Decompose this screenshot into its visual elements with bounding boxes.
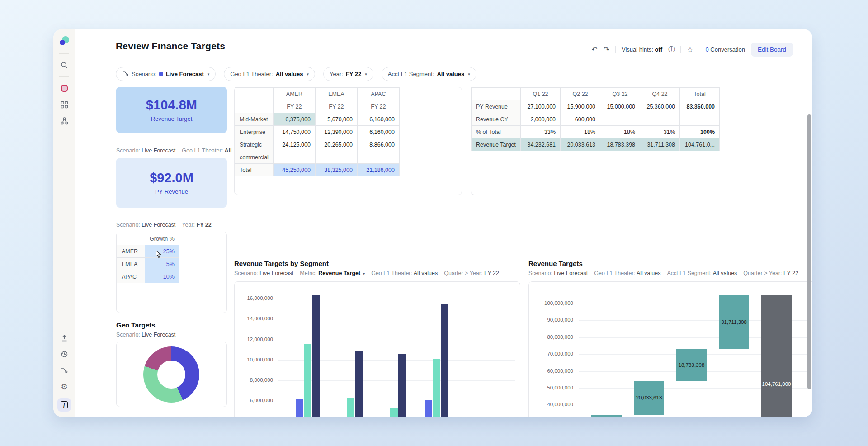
data-cell[interactable]: 38,325,000 (315, 164, 357, 176)
data-cell[interactable]: 6,160,000 (357, 113, 399, 126)
data-cell[interactable]: 18,783,398 (600, 138, 640, 151)
data-cell[interactable]: 600,000 (561, 113, 600, 126)
data-cell[interactable]: 33% (521, 126, 561, 138)
data-cell[interactable]: 27,100,000 (521, 100, 561, 113)
data-cell[interactable]: 31% (640, 126, 680, 138)
search-icon[interactable] (59, 60, 69, 70)
chevron-down-icon: ▾ (468, 72, 470, 76)
data-cell[interactable] (273, 151, 315, 164)
main-area: Review Finance Targets ↶ ↷ Visual hints:… (75, 29, 812, 417)
vertical-scrollbar[interactable] (807, 114, 811, 389)
data-cell[interactable]: 45,250,000 (273, 164, 315, 176)
bar-enterprise[interactable] (390, 408, 398, 417)
bar-enterprise[interactable] (304, 344, 311, 417)
data-cell[interactable]: 15,900,000 (561, 100, 600, 113)
waterfall-bar-2[interactable]: 20,033,613 (634, 381, 664, 415)
data-cell[interactable]: 14,750,000 (273, 126, 315, 138)
data-cell[interactable]: 20,033,613 (561, 138, 600, 151)
geo-targets-subtitle: Scenario: Live Forecast (116, 332, 175, 338)
data-cell[interactable] (357, 151, 399, 164)
bar-strategic[interactable] (441, 304, 448, 417)
records-app-icon[interactable] (59, 83, 69, 93)
data-cell[interactable]: 8,866,000 (357, 138, 399, 151)
data-cell[interactable]: 24,125,000 (273, 138, 315, 151)
history-icon[interactable] (59, 349, 69, 359)
row-label: AMER (117, 245, 145, 258)
bar-chart-title: Revenue Targets by Segment (234, 260, 329, 267)
subtitle-item: Quarter > Year: FY 22 (444, 270, 499, 276)
apps-grid-icon[interactable] (59, 100, 69, 109)
data-cell[interactable]: 100% (680, 126, 720, 138)
data-cell[interactable]: 20,265,000 (315, 138, 357, 151)
waterfall-chart-panel[interactable]: 010,000,00020,000,00030,000,00040,000,00… (528, 281, 812, 417)
bar-mid-market[interactable] (296, 399, 303, 417)
bar-mid-market[interactable] (425, 400, 432, 417)
edit-board-button[interactable]: Edit Board (751, 43, 793, 57)
data-cell[interactable]: 18% (561, 126, 600, 138)
waterfall-bar-1[interactable]: 34,232,681 (591, 415, 622, 417)
bar-strategic[interactable] (355, 351, 363, 417)
growth-value-cell[interactable]: 10% (145, 270, 179, 283)
bar-strategic[interactable] (312, 295, 320, 417)
data-cell[interactable]: 25,360,000 (640, 100, 680, 113)
bar-enterprise[interactable] (347, 398, 354, 417)
filter-pill-geo-l1-theater[interactable]: Geo L1 Theater:All values▾ (224, 67, 315, 81)
data-cell[interactable]: 5,670,000 (315, 113, 357, 126)
kpi-card-py-revenue[interactable]: $92.0M PY Revenue (116, 158, 227, 208)
sidebar-divider (59, 53, 69, 54)
data-cell[interactable] (640, 113, 680, 126)
waterfall-bar-5[interactable]: 104,761,000 (761, 295, 792, 417)
kpi-card-revenue-target[interactable]: $104.8M Revenue Target (116, 87, 227, 133)
data-cell[interactable]: 31,711,308 (640, 138, 680, 151)
settings-gear-icon[interactable]: ⚙ (59, 382, 69, 392)
table-row: Strategic24,125,00020,265,0008,866,000 (235, 138, 400, 151)
data-cell[interactable]: 6,375,000 (273, 113, 315, 126)
growth-value-cell[interactable]: 5% (145, 258, 179, 270)
table-row: Revenue Target34,232,68120,033,61318,783… (472, 138, 720, 151)
data-cell[interactable]: 21,186,000 (357, 164, 399, 176)
row-label: Mid-Market (235, 113, 274, 126)
data-cell[interactable]: 2,000,000 (521, 113, 561, 126)
divider (615, 46, 616, 53)
bar-value-label: 18,783,398 (679, 362, 705, 368)
data-cell[interactable] (315, 151, 357, 164)
waterfall-chart-title: Revenue Targets (528, 260, 583, 267)
info-icon[interactable]: ⓘ (668, 46, 675, 54)
bar-group-q3-22 (382, 354, 406, 417)
data-cell[interactable]: 6,160,000 (357, 126, 399, 138)
y-axis-label: 100,000,000 (533, 300, 573, 306)
org-chart-icon[interactable] (59, 116, 69, 126)
y-axis-label: 8,000,000 (237, 377, 273, 383)
filter-label: Year: (330, 71, 343, 77)
bar-chart-panel[interactable]: 02,000,0004,000,0006,000,0008,000,00010,… (234, 281, 520, 417)
data-cell[interactable]: 15,000,000 (600, 100, 640, 113)
filter-pill-scenario[interactable]: Scenario:Live Forecast▾ (116, 67, 216, 81)
data-cell[interactable]: 104,761,0... (680, 138, 720, 151)
scenario-flow-icon[interactable] (59, 365, 69, 375)
star-icon[interactable]: ☆ (687, 46, 693, 53)
data-cell[interactable]: 34,232,681 (521, 138, 561, 151)
visual-hints-value: off (655, 46, 663, 53)
bar-enterprise[interactable] (433, 359, 440, 418)
data-cell[interactable]: 12,390,000 (315, 126, 357, 138)
formula-icon[interactable]: f (57, 398, 71, 412)
app-logo[interactable] (58, 35, 70, 47)
conversation-link[interactable]: 0 Conversation (705, 46, 745, 53)
data-cell[interactable]: 83,360,000 (680, 100, 720, 113)
chevron-down-icon: ▾ (363, 271, 365, 276)
row-label: Revenue CY (472, 113, 521, 126)
bar-strategic[interactable] (398, 354, 406, 417)
filter-pill-year[interactable]: Year:FY 22▾ (323, 67, 373, 81)
waterfall-bar-4[interactable]: 31,711,308 (719, 295, 749, 349)
filter-label: Scenario: (132, 71, 156, 77)
redo-icon[interactable]: ↷ (604, 46, 609, 53)
data-cell[interactable]: 18% (600, 126, 640, 138)
waterfall-bar-3[interactable]: 18,783,398 (676, 349, 707, 381)
data-cell[interactable] (680, 113, 720, 126)
undo-icon[interactable]: ↶ (591, 46, 597, 53)
upload-icon[interactable] (59, 333, 69, 343)
bar-value-label: 20,033,613 (636, 395, 662, 400)
filter-pill-acct-l1-segment[interactable]: Acct L1 Segment:All values▾ (382, 67, 476, 81)
data-cell[interactable] (600, 113, 640, 126)
table-row: % of Total33%18%18%31%100% (472, 126, 720, 138)
